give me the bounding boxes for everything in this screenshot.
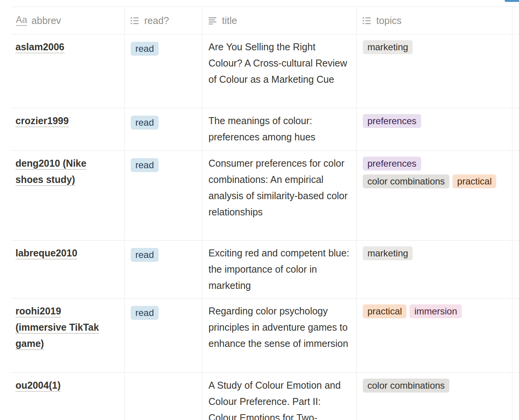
abbrev-cell[interactable]: crozier1999 xyxy=(12,108,125,150)
topic-tag: color combinations xyxy=(363,379,449,393)
database-table: Aa abbrev read? xyxy=(12,7,519,420)
abbrev-cell[interactable]: roohi2019 (immersive TikTak game) xyxy=(12,299,125,372)
header-row: Aa abbrev read? xyxy=(12,7,519,34)
abbrev-page-link[interactable]: aslam2006 xyxy=(15,41,65,52)
multi-select-property-icon xyxy=(362,15,372,26)
column-header-label: topics xyxy=(376,15,401,26)
extra-cell xyxy=(512,241,519,298)
table-body: aslam2006 read Are You Selling the Right… xyxy=(12,34,519,420)
read-cell[interactable] xyxy=(125,373,202,420)
column-header-extra xyxy=(512,7,519,34)
read-cell[interactable]: read xyxy=(125,108,202,150)
extra-cell xyxy=(512,34,519,108)
title-cell[interactable]: Regarding color psychology principles in… xyxy=(202,299,357,372)
read-tag: read xyxy=(131,306,159,320)
title-cell[interactable]: Are You Selling the Right Colour? A Cros… xyxy=(202,34,357,108)
topics-cell[interactable]: preferencescolor combinationspractical xyxy=(357,151,512,240)
topics-cell[interactable]: marketing xyxy=(357,34,512,108)
title-text: The meanings of colour: preferences amon… xyxy=(208,115,316,142)
title-cell[interactable]: A Study of Colour Emotion and Colour Pre… xyxy=(202,373,357,420)
read-tag: read xyxy=(131,158,159,172)
title-text: Exciting red and competent blue: the imp… xyxy=(208,248,349,291)
table-row: aslam2006 read Are You Selling the Right… xyxy=(12,34,519,108)
topic-tag: practical xyxy=(452,174,496,188)
extra-cell xyxy=(512,299,519,372)
text-property-icon xyxy=(207,15,218,26)
abbrev-page-link[interactable]: ou2004(1) xyxy=(15,380,61,391)
extra-cell xyxy=(512,108,519,150)
topics-tag-group: preferences xyxy=(363,114,506,128)
column-header-topics[interactable]: topics xyxy=(357,7,512,34)
table-row: crozier1999 read The meanings of colour:… xyxy=(12,108,519,151)
new-button-fragment[interactable] xyxy=(505,0,519,2)
topics-cell[interactable]: practicalimmersion xyxy=(357,299,512,372)
column-header-label: title xyxy=(222,15,237,26)
column-header-read[interactable]: read? xyxy=(125,7,202,34)
read-tag: read xyxy=(131,248,159,262)
title-text: A Study of Colour Emotion and Colour Pre… xyxy=(208,380,341,420)
topic-tag: immersion xyxy=(410,304,462,318)
abbrev-page-link[interactable]: roohi2019 (immersive TikTak game) xyxy=(15,306,99,349)
table-row: ou2004(1) A Study of Colour Emotion and … xyxy=(12,373,519,420)
column-header-title[interactable]: title xyxy=(202,7,357,34)
topics-cell[interactable]: color combinations xyxy=(357,373,512,420)
abbrev-cell[interactable]: labreque2010 xyxy=(12,241,125,298)
table-row: deng2010 (Nike shoes study) read Consume… xyxy=(12,151,519,241)
extra-cell xyxy=(512,373,519,420)
extra-cell xyxy=(512,151,519,240)
topic-tag: marketing xyxy=(363,40,413,54)
table-header: Aa abbrev read? xyxy=(12,7,519,34)
topics-cell[interactable]: preferences xyxy=(357,108,512,150)
topics-tag-group: color combinations xyxy=(363,379,506,393)
read-tag: read xyxy=(131,42,159,56)
table-row: roohi2019 (immersive TikTak game) read R… xyxy=(12,299,519,373)
topic-tag: preferences xyxy=(363,114,421,128)
title-cell[interactable]: The meanings of colour: preferences amon… xyxy=(202,108,357,150)
topics-tag-group: marketing xyxy=(363,40,506,54)
select-property-icon xyxy=(130,15,140,26)
title-text: Consumer preferences for color combinati… xyxy=(208,158,348,217)
abbrev-cell[interactable]: ou2004(1) xyxy=(12,373,125,420)
read-cell[interactable]: read xyxy=(125,241,202,298)
title-cell[interactable]: Exciting red and competent blue: the imp… xyxy=(202,241,357,298)
title-text: Regarding color psychology principles in… xyxy=(208,306,348,349)
abbrev-cell[interactable]: aslam2006 xyxy=(12,34,125,108)
abbrev-cell[interactable]: deng2010 (Nike shoes study) xyxy=(12,151,125,240)
table-row: labreque2010 read Exciting red and compe… xyxy=(12,241,519,299)
topic-tag: color combinations xyxy=(363,174,449,188)
title-cell[interactable]: Consumer preferences for color combinati… xyxy=(202,151,357,240)
read-cell[interactable]: read xyxy=(125,299,202,372)
topics-tag-group: marketing xyxy=(363,246,506,260)
title-text: Are You Selling the Right Colour? A Cros… xyxy=(208,41,347,85)
title-property-icon: Aa xyxy=(16,15,27,26)
read-cell[interactable]: read xyxy=(125,34,202,108)
abbrev-page-link[interactable]: deng2010 (Nike shoes study) xyxy=(15,158,86,185)
topics-tag-group: practicalimmersion xyxy=(363,304,506,318)
topics-tag-group: preferencescolor combinationspractical xyxy=(363,157,506,188)
abbrev-page-link[interactable]: crozier1999 xyxy=(15,115,69,126)
abbrev-page-link[interactable]: labreque2010 xyxy=(15,248,77,258)
database-table-view: Aa abbrev read? xyxy=(0,0,519,420)
read-cell[interactable]: read xyxy=(125,151,202,240)
read-tag: read xyxy=(131,116,159,130)
topics-cell[interactable]: marketing xyxy=(357,241,512,298)
column-header-label: abbrev xyxy=(31,15,61,26)
topic-tag: preferences xyxy=(363,157,421,171)
column-header-label: read? xyxy=(144,15,169,26)
topic-tag: practical xyxy=(363,304,406,318)
topic-tag: marketing xyxy=(363,246,413,260)
column-header-abbrev[interactable]: Aa abbrev xyxy=(12,7,125,34)
